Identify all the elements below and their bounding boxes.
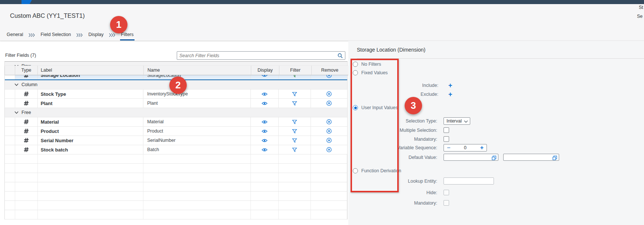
field-name: Batch [143, 145, 250, 154]
default-value-low-field[interactable] [444, 155, 498, 161]
field-name: Product [143, 127, 250, 136]
process-chevrons-icon [29, 33, 35, 40]
exclude-label: Exclude: [394, 92, 438, 97]
row-selector-cell[interactable] [5, 99, 15, 108]
field-name: InventoryStockType [143, 89, 250, 98]
lookup-entity-field[interactable] [444, 179, 494, 185]
tab-field-selection[interactable]: Field Selection [40, 32, 72, 40]
field-name: Plant [143, 99, 250, 108]
annotation-step-1: 1 [110, 16, 127, 33]
column-header-type: Type [15, 66, 38, 75]
mandatory-checkbox[interactable] [444, 136, 449, 142]
tab-filters[interactable]: Filters [120, 32, 134, 40]
row-selector-cell[interactable] [5, 127, 15, 136]
filter-funnel-icon[interactable] [279, 99, 311, 108]
hide-checkbox[interactable] [444, 190, 449, 195]
value-help-icon[interactable] [492, 155, 497, 162]
column-header-remove: Remove [312, 66, 348, 75]
annotation-rectangle-filter-modes [351, 59, 399, 192]
field-label: Product [38, 127, 143, 136]
tab-display[interactable]: Display [87, 32, 104, 40]
row-selector-cell[interactable] [5, 117, 15, 126]
dimension-type-icon [15, 127, 38, 136]
app-window: Custom ABC (YY1_TEST1) General Field Sel… [0, 0, 644, 225]
display-eye-icon[interactable] [251, 145, 279, 154]
row-selector-cell[interactable] [5, 145, 15, 154]
field-label: Serial Number [38, 136, 143, 145]
detail-panel-title: Storage Location (Dimension) [357, 47, 425, 53]
display-eye-icon[interactable] [251, 136, 279, 145]
tab-general[interactable]: General [6, 32, 24, 40]
filter-funnel-icon[interactable] [279, 145, 311, 154]
row-selector-cell[interactable] [5, 89, 15, 98]
display-eye-icon[interactable] [251, 89, 279, 98]
empty-table-row [5, 182, 347, 192]
variable-sequence-stepper: − 0 + [444, 144, 487, 151]
field-label: Stock batch [38, 145, 143, 154]
filter-funnel-icon[interactable] [279, 117, 311, 126]
search-input[interactable] [177, 53, 338, 58]
process-chevrons-icon [76, 33, 83, 40]
empty-table-row [5, 192, 347, 201]
selection-type-dropdown[interactable]: Interval [444, 117, 470, 125]
object-page-header: Custom ABC (YY1_TEST1) General Field Sel… [0, 4, 644, 41]
table-row-material[interactable]: Material Material [5, 117, 347, 127]
remove-icon[interactable] [311, 117, 347, 126]
detail-panel-divider [357, 58, 644, 59]
default-value-high-field[interactable] [504, 155, 559, 161]
remove-icon[interactable] [311, 99, 347, 108]
annotation-step-2: 2 [169, 76, 187, 94]
chevron-down-icon[interactable] [14, 82, 19, 87]
lookup-entity-input [444, 177, 494, 185]
column-header-name: Name [144, 66, 251, 75]
empty-table-row [5, 201, 347, 210]
field-label: Plant [38, 99, 143, 108]
selector-column-header [5, 66, 15, 75]
field-name: Material [143, 117, 250, 126]
column-header-display: Display [251, 66, 279, 75]
default-value-row: Default Value: [371, 154, 559, 161]
group-label: Free [21, 110, 31, 115]
group-label: Column [21, 82, 37, 87]
display-eye-icon[interactable] [251, 99, 279, 108]
include-add-icon[interactable]: + [448, 83, 452, 88]
remove-icon[interactable] [311, 127, 347, 136]
page-title: Custom ABC (YY1_TEST1) [10, 12, 85, 19]
truncated-right-text-2: Se [637, 14, 643, 19]
filter-fields-count-title: Filter Fields (7) [5, 53, 36, 58]
chevron-down-icon[interactable] [14, 110, 19, 115]
display-eye-icon[interactable] [251, 117, 279, 126]
filter-funnel-icon[interactable] [279, 89, 311, 98]
stepper-minus-icon[interactable]: − [447, 144, 450, 151]
remove-icon[interactable] [311, 89, 347, 98]
column-header-filter: Filter [279, 66, 312, 75]
mandatory-bottom-checkbox[interactable] [444, 200, 449, 206]
remove-icon[interactable] [311, 145, 347, 154]
variable-sequence-value[interactable]: 0 [450, 145, 480, 150]
group-free-header[interactable]: Free [5, 108, 347, 117]
stepper-plus-icon[interactable]: + [480, 144, 484, 151]
dimension-type-icon [15, 136, 38, 145]
empty-table-row [5, 210, 347, 219]
annotation-step-3: 3 [405, 97, 422, 114]
search-icon[interactable] [338, 53, 343, 58]
table-row-plant[interactable]: Plant Plant [5, 99, 347, 108]
empty-table-row [5, 173, 347, 182]
filter-funnel-icon[interactable] [279, 127, 311, 136]
table-row-product[interactable]: Product Product [5, 127, 347, 136]
shell-logo-accent [21, 0, 32, 4]
field-label: Material [38, 117, 143, 126]
include-label: Include: [394, 83, 438, 88]
row-selector-cell[interactable] [5, 136, 15, 145]
display-eye-icon[interactable] [251, 127, 279, 136]
value-help-icon[interactable] [552, 155, 557, 162]
exclude-add-icon[interactable]: + [448, 92, 452, 97]
remove-icon[interactable] [311, 136, 347, 145]
multiple-selection-checkbox[interactable] [444, 127, 449, 133]
empty-table-row [5, 164, 347, 173]
field-label: Stock Type [38, 89, 143, 98]
column-header-label: Label [38, 66, 144, 75]
table-row-serial-number[interactable]: Serial Number SerialNumber [5, 136, 347, 145]
filter-funnel-icon[interactable] [279, 136, 311, 145]
table-row-stock-batch[interactable]: Stock batch Batch [5, 145, 347, 154]
